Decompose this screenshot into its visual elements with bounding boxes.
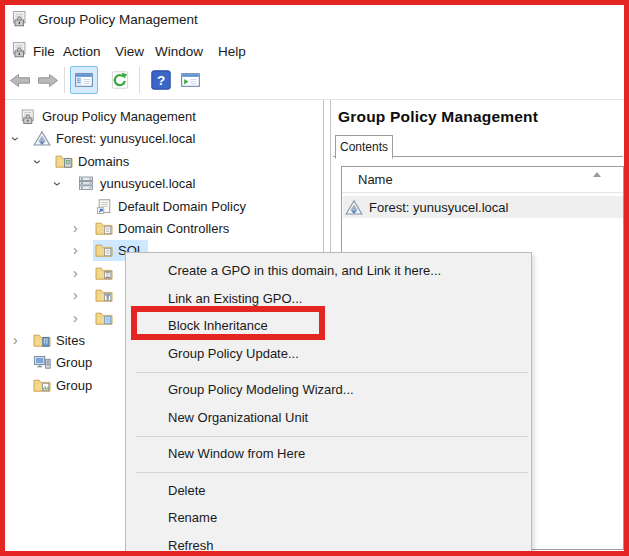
toolbar-separator [139,67,140,93]
column-header-name[interactable]: Name [342,167,623,193]
gpmc-app-icon [10,10,29,28]
show-console-tree-button[interactable] [70,66,98,94]
ou-folder-icon [95,242,113,259]
context-menu-separator [136,372,528,373]
forest-icon [345,199,363,216]
chevron-expanded-icon[interactable]: › [30,159,46,164]
tree-item-content: Group [31,375,96,396]
tree-item-label: Group [56,378,92,393]
gpmc-icon [19,108,37,125]
sites-folder-icon [33,332,51,349]
tree-item-content [93,308,117,329]
forward-button[interactable] [34,66,62,94]
chevron-collapsed-icon[interactable]: › [13,332,18,348]
context-menu-item-refresh[interactable]: Refresh [126,532,531,556]
gpo-objects-folder-icon [95,265,113,282]
list-item-forest-yunusyucel-local[interactable]: Forest: yunusyucel.local [343,196,623,218]
domains-icon [55,153,73,170]
console-tree-icon [75,73,93,87]
tree-item-label: Forest: yunusyucel.local [56,131,195,146]
menu-help[interactable]: Help [218,44,246,59]
tree-item-content: Group Policy Management [17,106,200,127]
tree-item-content: Group [31,352,96,373]
tree-item-label: Sites [56,333,85,348]
tree-item-content: Sites [31,330,89,351]
help-button[interactable]: ? [147,66,175,94]
ou-folder-icon [95,220,113,237]
tree-item-content [93,263,117,284]
chevron-expanded-icon[interactable]: › [8,136,24,141]
tree-item-content: Forest: yunusyucel.local [31,128,199,149]
menu-file[interactable]: File [33,44,55,59]
refresh-icon [111,71,129,89]
context-menu-item-block-inheritance[interactable]: Block Inheritance [126,312,531,339]
chevron-collapsed-icon[interactable]: › [73,310,78,326]
help-icon: ? [151,70,171,90]
gp-results-icon [33,377,51,394]
tree-item-content: Domains [53,151,133,172]
refresh-button[interactable] [106,66,134,94]
domain-icon [77,175,95,192]
back-arrow-icon [9,73,31,88]
list-item-label: Forest: yunusyucel.local [369,200,508,215]
toolbar: ? [0,62,629,100]
chevron-collapsed-icon[interactable]: › [73,220,78,236]
tree-item-domain-controllers[interactable]: ›Domain Controllers [5,218,323,240]
gp-modeling-icon [33,354,51,371]
menu-view[interactable]: View [115,44,144,59]
context-menu-separator [136,472,528,473]
column-header-label: Name [358,172,393,187]
sort-ascending-icon [593,172,601,177]
tree-item-default-domain-policy[interactable]: Default Domain Policy [5,196,323,218]
context-menu-item-rename[interactable]: Rename [126,504,531,531]
context-menu-item-link-an-existing-gpo[interactable]: Link an Existing GPO... [126,285,531,312]
tree-item-content [93,285,117,306]
tree-item-label: Domains [78,154,129,169]
starter-gpos-folder-icon [95,310,113,327]
details-pane-title: Group Policy Management [338,108,538,126]
tree-item-label: Group Policy Management [42,109,196,124]
tree-item-label: Default Domain Policy [118,199,246,214]
action-pane-icon [181,73,200,87]
show-action-pane-button[interactable] [176,66,204,94]
tree-item-content: Domain Controllers [93,218,233,239]
forest-icon [33,130,51,147]
tree-item-forest-yunusyucel-local[interactable]: ›Forest: yunusyucel.local [5,128,323,150]
toolbar-separator [64,67,65,93]
context-menu-item-delete[interactable]: Delete [126,477,531,504]
tab-contents[interactable]: Contents [335,135,393,159]
tree-item-label: yunusyucel.local [100,176,195,191]
gpmc-app-icon [10,41,29,59]
chevron-expanded-icon[interactable]: › [50,181,66,186]
tree-item-label: Group [56,355,92,370]
context-menu-item-create-a-gpo-in-this-domain-and-link-it-here[interactable]: Create a GPO in this domain, and Link it… [126,257,531,284]
title-bar: Group Policy Management [10,8,198,30]
menu-action[interactable]: Action [63,44,101,59]
tree-item-content: Default Domain Policy [93,196,250,217]
context-menu-item-group-policy-modeling-wizard[interactable]: Group Policy Modeling Wizard... [126,376,531,403]
svg-text:?: ? [157,73,165,88]
wmi-filters-folder-icon [95,287,113,304]
tree-item-yunusyucel-local[interactable]: ›yunusyucel.local [5,173,323,195]
context-menu-item-group-policy-update[interactable]: Group Policy Update... [126,340,531,367]
back-button[interactable] [6,66,34,94]
tree-item-label: Domain Controllers [118,221,229,236]
gpo-link-icon [95,198,113,215]
context-menu-item-new-organizational-unit[interactable]: New Organizational Unit [126,404,531,431]
tree-item-group-policy-management[interactable]: Group Policy Management [5,106,323,128]
context-menu: Create a GPO in this domain, and Link it… [125,252,532,556]
menu-window[interactable]: Window [155,44,203,59]
tree-item-domains[interactable]: ›Domains [5,151,323,173]
forward-arrow-icon [37,73,59,88]
context-menu-item-new-window-from-here[interactable]: New Window from Here [126,440,531,467]
chevron-collapsed-icon[interactable]: › [73,242,78,258]
gpmc-window: Group Policy Management File Action View… [0,0,629,556]
context-menu-separator [136,436,528,437]
window-title: Group Policy Management [38,12,198,27]
chevron-collapsed-icon[interactable]: › [73,265,78,281]
chevron-collapsed-icon[interactable]: › [73,287,78,303]
tree-item-content: yunusyucel.local [75,173,199,194]
